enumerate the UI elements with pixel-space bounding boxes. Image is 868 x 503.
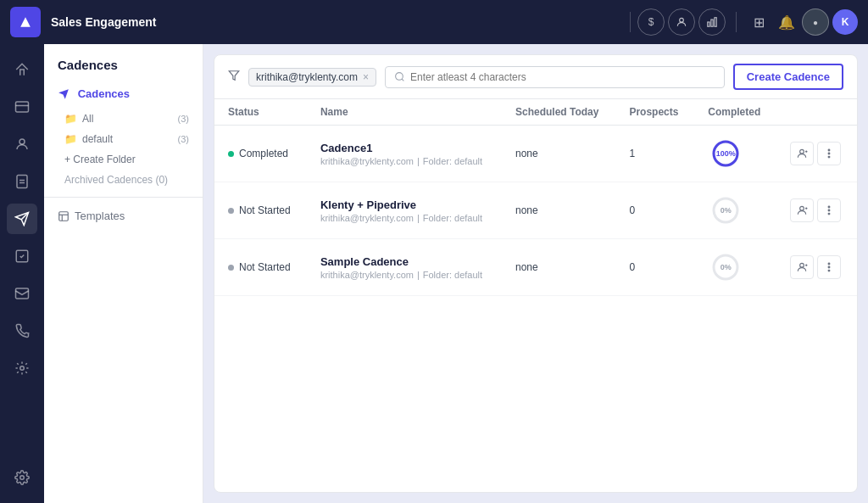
cell-actions bbox=[776, 126, 857, 182]
progress-label: 0% bbox=[721, 206, 732, 215]
all-folder-item[interactable]: 📁 All (3) bbox=[44, 109, 203, 129]
cell-scheduled: none bbox=[502, 126, 615, 182]
status-dot bbox=[228, 265, 234, 271]
status-dot bbox=[228, 151, 234, 157]
table-row: Not Started Klenty + Pipedrive krithika@… bbox=[214, 182, 857, 239]
svg-rect-13 bbox=[59, 211, 69, 221]
svg-rect-10 bbox=[16, 288, 29, 299]
cell-completed: 0% bbox=[694, 182, 776, 239]
more-options-button[interactable] bbox=[817, 255, 841, 279]
templates-nav-item[interactable]: Templates bbox=[44, 204, 203, 227]
cell-prospects: 1 bbox=[615, 126, 694, 182]
filter-icon bbox=[228, 70, 240, 84]
cadence-name[interactable]: Cadence1 bbox=[320, 142, 488, 154]
create-folder-label: + Create Folder bbox=[64, 154, 136, 165]
cell-completed: 0% bbox=[694, 239, 776, 296]
add-prospect-button[interactable] bbox=[790, 255, 814, 279]
svg-point-34 bbox=[828, 213, 830, 215]
col-prospects: Prospects bbox=[615, 99, 694, 126]
panel-divider bbox=[44, 197, 203, 198]
svg-rect-1 bbox=[708, 22, 709, 26]
cadences-nav-label: Cadences bbox=[78, 87, 130, 100]
user-icon-btn[interactable] bbox=[668, 8, 695, 36]
svg-point-37 bbox=[800, 263, 804, 267]
folder-all-icon: 📁 bbox=[64, 113, 77, 125]
create-cadence-button[interactable]: Create Cadence bbox=[733, 64, 843, 90]
progress-label: 0% bbox=[721, 263, 732, 271]
svg-rect-2 bbox=[711, 20, 713, 26]
default-folder-count: (3) bbox=[178, 134, 189, 144]
main-content: krithika@tryklenty.com × Create Cadence … bbox=[214, 54, 858, 493]
default-folder-label: default bbox=[82, 133, 113, 145]
templates-label: Templates bbox=[75, 210, 125, 222]
avatar[interactable]: K bbox=[832, 9, 858, 35]
dollar-icon-btn[interactable]: $ bbox=[637, 8, 665, 36]
progress-circle: 100% bbox=[708, 136, 743, 171]
progress-label: 100% bbox=[716, 149, 736, 158]
cadence-sub: krithika@tryklenty.com|Folder: default bbox=[320, 156, 488, 166]
col-actions bbox=[776, 99, 857, 126]
notification-dot-icon[interactable]: ● bbox=[802, 8, 829, 36]
svg-point-21 bbox=[800, 149, 804, 154]
more-options-button[interactable] bbox=[817, 198, 841, 222]
archived-cadences-item[interactable]: Archived Cadences (0) bbox=[44, 170, 203, 190]
svg-point-12 bbox=[20, 476, 25, 480]
cell-status: Not Started bbox=[214, 239, 307, 296]
col-status: Status bbox=[214, 99, 307, 126]
cell-actions bbox=[776, 239, 857, 296]
sidebar-integrations-icon[interactable] bbox=[7, 353, 37, 383]
search-icon bbox=[394, 71, 405, 82]
col-completed: Completed bbox=[694, 99, 776, 126]
sidebar-email-icon[interactable] bbox=[7, 278, 37, 309]
cadence-name[interactable]: Sample Cadence bbox=[320, 255, 488, 268]
sidebar-icons bbox=[0, 44, 44, 503]
all-folder-count: (3) bbox=[178, 114, 189, 124]
cadence-name[interactable]: Klenty + Pipedrive bbox=[320, 198, 488, 211]
sidebar-home-icon[interactable] bbox=[7, 54, 37, 85]
svg-point-25 bbox=[828, 153, 830, 154]
search-box bbox=[385, 66, 725, 88]
sidebar-phone-icon[interactable] bbox=[7, 316, 37, 346]
nav-icons: $ ⊞ 🔔 ● K bbox=[637, 8, 858, 36]
svg-point-0 bbox=[680, 18, 684, 22]
filter-tag-close-icon[interactable]: × bbox=[363, 71, 369, 83]
nav-divider-2 bbox=[736, 12, 737, 32]
sidebar-docs-icon[interactable] bbox=[7, 166, 37, 197]
svg-rect-3 bbox=[715, 18, 716, 27]
filter-tag-label: krithika@tryklenty.com bbox=[256, 71, 358, 83]
cadence-table: Status Name Scheduled Today Prospects Co… bbox=[214, 99, 857, 492]
sidebar-inbox-icon[interactable] bbox=[7, 92, 37, 122]
svg-point-33 bbox=[828, 210, 830, 211]
cadences-nav-item[interactable]: Cadences bbox=[44, 82, 203, 105]
svg-marker-16 bbox=[229, 71, 239, 81]
cadence-sub: krithika@tryklenty.com|Folder: default bbox=[320, 270, 488, 280]
sidebar-cadence-icon[interactable] bbox=[7, 204, 37, 234]
archived-count: (0) bbox=[155, 174, 168, 186]
top-nav: Sales Engagement $ ⊞ 🔔 ● K bbox=[0, 0, 868, 44]
cell-actions bbox=[776, 182, 857, 239]
sidebar-contacts-icon[interactable] bbox=[7, 129, 37, 159]
default-folder-item[interactable]: 📁 default (3) bbox=[44, 129, 203, 149]
folder-section: 📁 All (3) 📁 default (3) + Create Folder … bbox=[44, 109, 203, 190]
row-actions bbox=[790, 255, 843, 279]
sidebar-tasks-icon[interactable] bbox=[7, 241, 37, 271]
logo[interactable] bbox=[10, 7, 41, 37]
sidebar-settings-icon[interactable] bbox=[7, 462, 37, 493]
nav-divider bbox=[630, 12, 631, 32]
cell-status: Completed bbox=[214, 126, 307, 182]
chart-icon-btn[interactable] bbox=[698, 8, 726, 36]
cell-name: Cadence1 krithika@tryklenty.com|Folder: … bbox=[307, 126, 502, 182]
search-input[interactable] bbox=[410, 71, 715, 83]
add-prospect-button[interactable] bbox=[790, 142, 814, 165]
cadence-sub: krithika@tryklenty.com|Folder: default bbox=[320, 213, 488, 223]
svg-point-41 bbox=[828, 266, 830, 268]
bell-icon[interactable]: 🔔 bbox=[775, 11, 798, 34]
all-folder-label: All bbox=[82, 113, 93, 125]
svg-point-42 bbox=[828, 270, 830, 271]
more-options-button[interactable] bbox=[817, 142, 841, 165]
grid-icon[interactable]: ⊞ bbox=[747, 11, 771, 34]
create-folder-btn[interactable]: + Create Folder bbox=[44, 149, 203, 170]
row-actions bbox=[790, 198, 843, 222]
add-prospect-button[interactable] bbox=[790, 198, 814, 222]
left-panel: Cadences Cadences 📁 All (3) 📁 default (3… bbox=[44, 44, 203, 503]
